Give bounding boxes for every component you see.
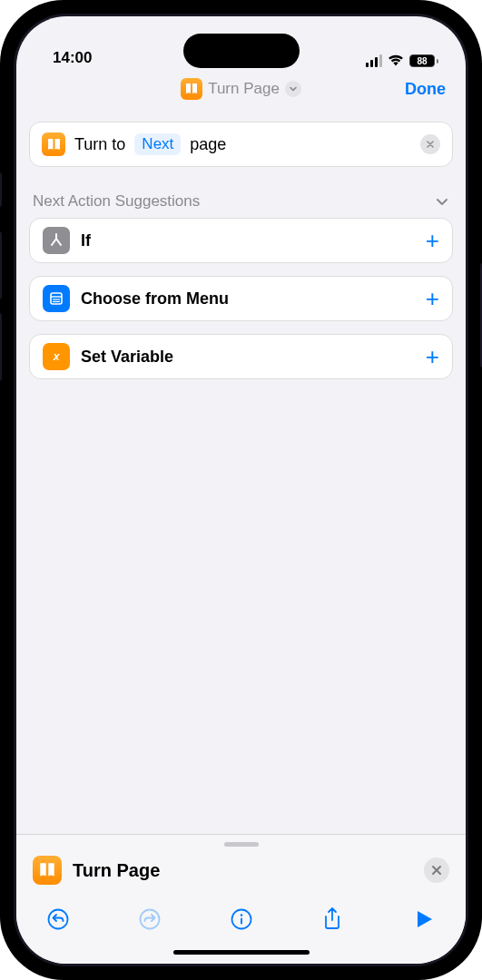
- battery-level: 88: [417, 56, 427, 66]
- svg-text:x: x: [53, 350, 61, 363]
- editor-content: Turn to Next page Next Action Suggestion…: [16, 111, 466, 834]
- nav-title[interactable]: Turn Page: [208, 80, 280, 98]
- collapse-suggestions-button[interactable]: [435, 194, 449, 209]
- suggestions-header: Next Action Suggestions: [29, 192, 453, 218]
- wifi-icon: [388, 54, 404, 67]
- suggestion-set-variable[interactable]: x Set Variable +: [29, 334, 453, 379]
- cellular-signal-icon: [366, 54, 382, 67]
- books-app-icon: [181, 78, 202, 100]
- battery-icon: 88: [409, 54, 438, 67]
- svg-rect-9: [241, 918, 242, 925]
- home-indicator[interactable]: [173, 950, 310, 955]
- phone-frame: 14:00 88: [0, 0, 482, 980]
- toolbar: [16, 897, 466, 946]
- books-app-icon: [42, 132, 65, 156]
- undo-button[interactable]: [44, 905, 73, 934]
- suggestion-choose-from-menu[interactable]: Choose from Menu +: [29, 276, 453, 321]
- screen: 14:00 88: [16, 16, 466, 964]
- run-button[interactable]: [409, 905, 438, 934]
- add-suggestion-button[interactable]: +: [426, 229, 439, 252]
- side-button-silence: [0, 172, 2, 207]
- done-button[interactable]: Done: [405, 80, 446, 99]
- branch-icon: [43, 227, 70, 254]
- svg-point-8: [240, 914, 242, 916]
- action-text-prefix: Turn to: [74, 135, 125, 154]
- status-time: 14:00: [53, 49, 92, 67]
- side-button-vol-up: [0, 231, 2, 299]
- variable-icon: x: [43, 343, 70, 370]
- close-sheet-button[interactable]: [424, 858, 449, 883]
- share-button[interactable]: [318, 905, 347, 934]
- action-card[interactable]: Turn to Next page: [29, 122, 453, 167]
- shortcut-options-button[interactable]: [285, 81, 301, 97]
- action-parameter[interactable]: Next: [134, 133, 181, 155]
- svg-point-6: [140, 910, 159, 929]
- side-button-vol-down: [0, 313, 2, 381]
- action-text-suffix: page: [190, 135, 226, 154]
- clear-action-button[interactable]: [420, 134, 440, 154]
- suggestion-label: Choose from Menu: [81, 289, 229, 309]
- suggestions-title: Next Action Suggestions: [33, 192, 200, 211]
- suggestion-if[interactable]: If +: [29, 218, 453, 263]
- add-suggestion-button[interactable]: +: [426, 345, 439, 368]
- redo-button: [135, 905, 164, 934]
- menu-icon: [43, 285, 70, 312]
- svg-point-5: [49, 910, 68, 929]
- suggestion-label: If: [81, 231, 91, 250]
- books-app-icon: [33, 856, 62, 885]
- add-suggestion-button[interactable]: +: [426, 287, 439, 310]
- info-button[interactable]: [227, 905, 256, 934]
- svg-rect-0: [51, 293, 62, 304]
- nav-header: Turn Page Done: [16, 67, 466, 111]
- bottom-sheet: Turn Page: [16, 834, 466, 964]
- sheet-grabber[interactable]: [224, 842, 259, 847]
- suggestion-label: Set Variable: [81, 348, 173, 367]
- dynamic-island: [183, 34, 300, 68]
- bottom-title: Turn Page: [73, 860, 160, 881]
